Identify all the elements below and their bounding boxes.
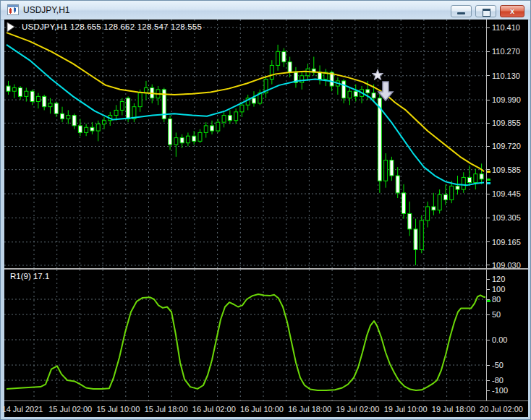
candle-body <box>390 160 394 176</box>
candle-body <box>186 136 190 143</box>
price-axis-tick <box>487 194 490 194</box>
candles <box>7 45 483 265</box>
price-axis-tick <box>487 241 490 242</box>
ma-fast-line <box>7 45 484 185</box>
candle-body <box>90 127 94 131</box>
price-axis-tick <box>487 123 490 124</box>
candle-body <box>384 160 388 181</box>
candle-body <box>67 116 70 119</box>
price-axis-label: 110.410 <box>492 23 520 32</box>
indicator-axis-label: 120 <box>492 275 505 283</box>
price-axis-tick <box>487 146 490 147</box>
indicator-pane[interactable]: R1(9) 17.1 <box>4 270 486 400</box>
candle-body <box>450 186 454 200</box>
candle-body <box>25 91 28 96</box>
price-axis-label: 109.305 <box>492 213 521 222</box>
axis-current-value-marker <box>487 182 490 184</box>
candle-body <box>127 98 130 119</box>
candle-body <box>180 138 184 143</box>
candle-body <box>252 98 255 103</box>
candle-body <box>468 177 472 182</box>
price-axis-label: 109.165 <box>492 238 521 247</box>
price-axis-label: 109.445 <box>492 189 521 198</box>
indicator-axis-tick <box>487 314 490 315</box>
candle-body <box>318 72 322 80</box>
candle-body <box>12 87 16 91</box>
indicator-axis-label: -100 <box>492 386 508 395</box>
candle-body <box>414 229 417 250</box>
price-axis-label: 109.720 <box>492 142 521 150</box>
window-title: USDJPY,H1 <box>23 5 69 15</box>
candle-body <box>420 220 423 250</box>
chart-ohlc-overlay: USDJPY,H1 128.655 128.662 128.547 128.55… <box>22 22 202 31</box>
candle-body <box>282 51 286 61</box>
candle-body <box>240 105 244 112</box>
candle-body <box>43 96 46 106</box>
indicator-axis-label: 0.00 <box>492 335 507 344</box>
candle-body <box>36 96 40 101</box>
candle-body <box>354 91 357 96</box>
candle-body <box>138 93 142 107</box>
restore-button[interactable] <box>475 5 496 17</box>
time-axis[interactable]: 14 Jul 202115 Jul 02:0015 Jul 10:0015 Ju… <box>4 400 528 418</box>
candle-body <box>174 138 178 145</box>
close-button[interactable]: x <box>500 5 524 17</box>
restore-icon <box>483 9 490 17</box>
chart-window: USDJPY,H1 x USDJPY,H1 128.655 128.662 12… <box>0 0 531 420</box>
candle-body <box>288 62 292 72</box>
candle-body <box>300 76 304 83</box>
price-axis-tick <box>487 265 490 265</box>
chart-client-area: USDJPY,H1 128.655 128.662 128.547 128.55… <box>4 20 528 417</box>
candle-body <box>72 116 76 126</box>
main-price-pane[interactable]: USDJPY,H1 128.655 128.662 128.547 128.55… <box>4 20 486 268</box>
indicator-axis-tick <box>487 390 490 391</box>
candle-body <box>234 112 238 121</box>
candle-body <box>348 91 352 98</box>
indicator-axis-tick <box>487 289 490 290</box>
candlestick-chart-icon <box>7 4 19 15</box>
price-axis-label: 110.130 <box>492 72 520 80</box>
indicator-canvas[interactable] <box>4 270 486 400</box>
minimize-button[interactable] <box>451 5 472 17</box>
indicator-current-value-marker <box>487 300 490 302</box>
candle-body <box>456 186 459 189</box>
candle-body <box>120 102 124 111</box>
indicator-axis-tick <box>487 340 490 340</box>
title-bar[interactable]: USDJPY,H1 x <box>1 1 530 20</box>
candle-body <box>169 119 172 145</box>
price-axis-label: 109.855 <box>492 119 521 127</box>
price-axis-tick <box>487 75 490 76</box>
price-axis-tick <box>487 218 490 218</box>
candle-body <box>30 91 34 101</box>
candle-body <box>443 194 447 200</box>
candle-body <box>270 65 273 79</box>
indicator-axis-label: 50 <box>492 310 501 319</box>
candle-body <box>276 51 280 65</box>
candle-body <box>192 136 196 141</box>
indicator-axis-label: 100 <box>492 285 505 293</box>
indicator-line <box>7 294 485 390</box>
candle-body <box>402 193 405 214</box>
candle-body <box>216 122 220 131</box>
axis-current-value-marker <box>487 179 490 181</box>
candle-body <box>432 207 436 210</box>
price-axis-tick <box>487 27 490 28</box>
price-axis[interactable]: 110.410110.270110.130109.990109.855109.7… <box>486 20 528 268</box>
price-chart-canvas[interactable] <box>4 20 486 268</box>
indicator-axis-tick <box>487 279 490 280</box>
candle-body <box>462 177 465 189</box>
arrow-cursor-icon <box>7 22 14 32</box>
candle-body <box>222 116 226 123</box>
price-axis-tick <box>487 51 490 52</box>
candle-body <box>474 174 477 183</box>
indicator-axis-label: 80 <box>492 295 501 304</box>
candle-body <box>408 213 412 228</box>
minimize-icon <box>457 12 465 14</box>
candle-body <box>85 127 88 132</box>
indicator-axis-label: -80 <box>492 376 504 385</box>
candle-body <box>61 113 64 119</box>
candle-body <box>48 103 52 107</box>
candle-body <box>438 194 441 210</box>
indicator-axis[interactable]: 12010080500.00-50-80-100 <box>486 270 528 400</box>
price-axis-label: 109.990 <box>492 95 521 104</box>
